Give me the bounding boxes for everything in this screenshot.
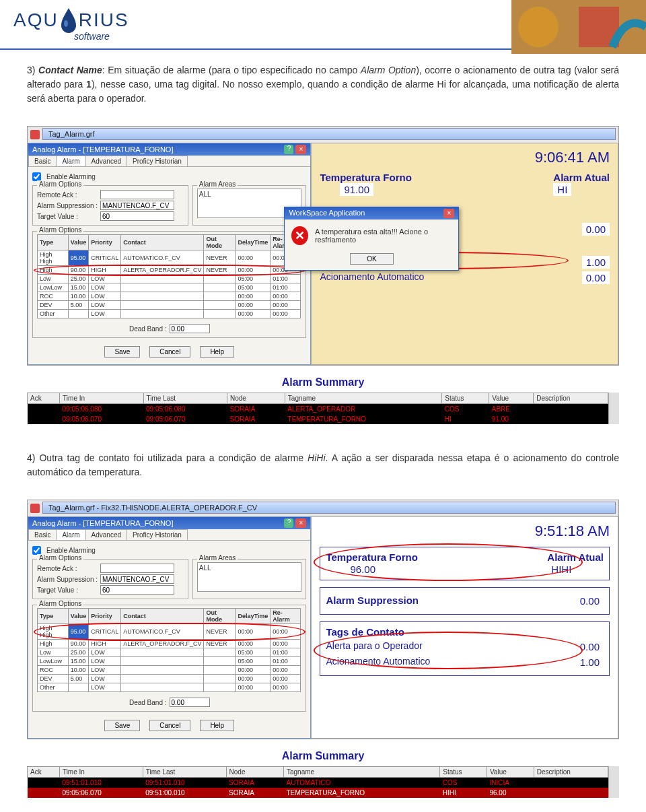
popup-title: WorkSpace Application [289,209,365,218]
tab-basic[interactable]: Basic [28,529,57,540]
popup-close-icon[interactable]: × [443,209,454,218]
brand-main2: RIUS [79,9,129,31]
close-icon[interactable]: × [295,518,306,528]
tagbar: Tag_Alarm.grf [42,128,616,140]
save-button[interactable]: Save [104,720,140,731]
asum-title: Alarm Summary [27,746,619,766]
table-row[interactable]: ROC10.00LOW00:0000:00 [38,292,301,301]
tab-advanced[interactable]: Advanced [85,156,127,166]
tab-alarm[interactable]: Alarm [56,529,85,540]
deadband-label: Dead Band : [129,325,167,333]
table-row[interactable]: 09:51:01.01009:51:01.010SORAIAAUTOMATICO… [28,778,608,788]
alarm-options-table: TypeValuePriorityContactOut ModeDelayTim… [37,608,301,692]
temp-value: 96.00 [346,563,380,576]
alarm-value: HI [553,183,571,196]
alarm-options-table: TypeValuePriorityContactOut ModeDelayTim… [37,234,301,318]
analog-alarm-dialog: Analog Alarm - [TEMPERATURA_FORNO] ?× Ba… [28,516,311,739]
asum-table: AckTime InTime LastNodeTagnameStatusValu… [27,393,608,424]
target-val-input[interactable] [100,211,174,221]
save-button[interactable]: Save [104,346,140,358]
target-val-input[interactable] [100,585,174,595]
svg-point-0 [64,20,68,27]
p3-f: ), nesse caso, uma tag digital. No nosso… [27,79,619,104]
table-row[interactable]: OtherLOW00:0000:00 [38,310,301,318]
table-row[interactable]: ROC10.00LOW00:0000:00 [38,666,301,675]
table-row[interactable]: 09:05:06.08009:05:06.080SORAIAALERTA_OPE… [28,404,608,415]
table-row[interactable]: OtherLOW00:0000:00 [38,683,301,692]
cancel-button[interactable]: Cancel [149,720,190,731]
target-val-label: Target Value : [37,213,98,220]
enable-alarming-label: Enable Alarming [46,547,96,554]
help-icon[interactable]: ? [284,518,293,528]
alarm-supp-label: Alarm Suppression : [37,202,98,209]
table-row[interactable]: High90.00HIGHALERTA_OPERADOR.F_CVNEVER00… [38,640,301,648]
alerta-label: Alerta para o Operador [326,640,422,653]
table-row[interactable]: LowLow15.00LOW05:0001:00 [38,283,301,292]
tab-proficy[interactable]: Proficy Historian [127,156,188,166]
table-row[interactable]: LowLow15.00LOW05:0001:00 [38,657,301,666]
alarm-summary-1: Alarm Summary AckTime InTime LastNodeTag… [27,372,619,424]
table-row[interactable]: High High95.00CRITICALAUTOMATICO.F_CVNEV… [38,250,301,266]
deadband-input[interactable] [170,698,210,707]
hmi-panel: 9:51:18 AM Temperatura Forno 96.00 Alarm… [311,516,618,739]
remote-ack-input[interactable] [100,190,174,199]
table-row[interactable]: DEV5.00LOW00:0000:00 [38,301,301,310]
alarm-areas-list[interactable]: ALL [197,562,302,592]
alarm-options2-legend: Alarm Options [37,226,83,234]
table-row[interactable]: DEV5.00LOW00:0000:00 [38,675,301,683]
help-button[interactable]: Help [200,346,234,358]
header: AQU RIUS software [0,0,646,50]
table-row[interactable]: High90.00HIGHALERTA_OPERADOR.F_CVNEVER00… [38,266,301,275]
hmi-time: 9:51:18 AM [320,522,610,540]
alarm-value: HIHI [547,563,575,576]
temp-label: Temperatura Forno [320,172,411,183]
tagbar: Tag_Alarm.grf - Fix32.THISNODE.ALERTA_OP… [42,502,616,514]
table-row[interactable]: 09:05:06.07009:51:00.010SORAIATEMPERATUR… [28,788,608,798]
table-row[interactable]: High High95.00CRITICALAUTOMATICO.F_CVNEV… [38,624,301,640]
list-num: 3) [27,65,35,75]
acion-label: Acionamento Automatico [320,271,424,284]
alerta-value: 1.00 [582,256,610,269]
dialog-title: Analog Alarm - [TEMPERATURA_FORNO] ?× [28,517,310,529]
popup-message: A temperatura esta alta!!! Acione o resf… [315,228,452,244]
alarm-supp-input[interactable] [100,574,174,584]
alarm-options-legend: Alarm Options [37,554,83,562]
alarm-areas-legend: Alarm Areas [197,554,238,562]
scrollbar[interactable] [608,393,619,424]
asum-title: Alarm Summary [27,372,619,393]
list-num: 4) [27,452,35,463]
p3-b: : Em situação de alarme (para o tipo esp… [102,65,361,75]
p3-term2: Alarm Option [361,65,416,75]
scrollbar[interactable] [608,766,619,798]
error-icon: ✕ [291,226,308,245]
enable-alarming-label: Enable Alarming [46,173,96,180]
drop-icon [59,7,79,34]
tab-advanced[interactable]: Advanced [85,529,127,540]
table-row[interactable]: 09:05:06.07009:05:06.070SORAIATEMPERATUR… [28,414,608,424]
tab-basic[interactable]: Basic [28,156,57,166]
close-icon[interactable]: × [295,145,306,154]
help-icon[interactable]: ? [284,145,293,154]
help-button[interactable]: Help [200,720,234,731]
deadband-label: Dead Band : [129,699,167,706]
supp-value: 0.00 [582,223,610,236]
table-header: TypeValuePriorityContactOut ModeDelayTim… [38,609,301,624]
p4-a: Outra tag de contato foi utilizada para … [39,452,308,463]
alarm-areas-legend: Alarm Areas [197,180,238,188]
table-row[interactable]: Low25.00LOW05:0001:00 [38,275,301,283]
tab-alarm[interactable]: Alarm [56,156,85,166]
table-row[interactable]: Low25.00LOW05:0001:00 [38,648,301,657]
temp-value: 91.00 [340,183,373,196]
remote-ack-input[interactable] [100,564,174,573]
svg-rect-4 [30,130,40,139]
header-art [511,0,646,54]
cancel-button[interactable]: Cancel [149,346,190,358]
alarm-supp-label: Alarm Suppression : [37,576,98,583]
alarm-supp-input[interactable] [100,201,174,210]
alarm-label: Alarm Atual [553,172,610,183]
deadband-input[interactable] [170,324,210,333]
tab-proficy[interactable]: Proficy Historian [127,529,188,540]
popup-ok-button[interactable]: OK [350,253,393,265]
workspace-popup: WorkSpace Application× ✕ A temperatura e… [284,207,459,271]
screenshot-2: Tag_Alarm.grf - Fix32.THISNODE.ALERTA_OP… [27,500,619,739]
